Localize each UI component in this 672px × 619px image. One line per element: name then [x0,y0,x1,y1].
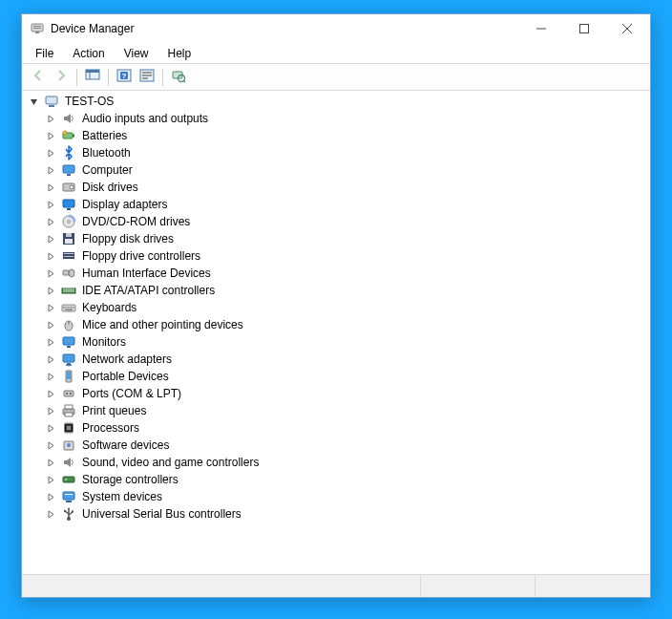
svg-rect-36 [65,239,73,244]
svg-rect-2 [33,28,41,29]
properties-button[interactable] [136,67,158,88]
scan-hardware-button[interactable] [168,67,189,88]
tree-node-network-adapters[interactable]: Network adapters [39,351,650,368]
tree-node-test-os[interactable]: TEST-OS [22,93,650,110]
tree-node-bluetooth[interactable]: Bluetooth [39,144,650,161]
svg-rect-30 [63,200,74,207]
device-tree[interactable]: TEST-OSAudio inputs and outputsBatteries… [22,91,650,574]
expand-icon[interactable] [45,336,57,349]
statusbar [22,574,650,597]
expand-icon[interactable] [45,491,57,503]
expand-icon[interactable] [45,353,57,366]
expand-icon[interactable] [45,439,57,452]
tree-node-ide-ata-atapi-controllers[interactable]: IDE ATA/ATAPI controllers [39,282,650,299]
expand-icon[interactable] [45,371,57,383]
computer-icon [44,94,59,109]
tree-node-computer[interactable]: Computer [39,161,650,179]
window-controls [519,15,648,42]
svg-rect-59 [67,372,71,379]
svg-rect-82 [65,494,73,495]
tree-node-label: Floppy drive controllers [80,249,202,263]
expand-icon[interactable] [45,216,57,228]
expand-icon[interactable] [45,422,57,435]
expand-icon[interactable] [45,388,57,400]
help-button[interactable]: ? [114,67,135,88]
tree-node-storage-controllers[interactable]: Storage controllers [39,471,650,488]
cpu-icon [61,420,76,436]
expand-icon[interactable] [45,457,57,469]
maximize-button[interactable] [562,15,605,42]
expand-icon[interactable] [45,164,57,177]
tree-node-audio-inputs-and-outputs[interactable]: Audio inputs and outputs [39,110,650,127]
tree-node-mice-and-other-pointing-devices[interactable]: Mice and other pointing devices [39,316,650,333]
show-hidden-button[interactable] [82,67,103,88]
svg-rect-9 [86,70,99,73]
app-icon [30,21,45,36]
tree-node-system-devices[interactable]: System devices [39,488,650,505]
tree-node-floppy-drive-controllers[interactable]: Floppy drive controllers [39,247,650,265]
expand-icon[interactable] [45,199,57,211]
expand-icon[interactable] [45,130,57,142]
svg-point-25 [63,131,67,135]
minimize-button[interactable] [519,15,562,42]
expand-icon[interactable] [45,233,57,245]
tree-node-label: Computer [80,163,135,177]
svg-rect-78 [63,477,74,482]
window-title: Device Manager [51,22,134,35]
menu-action[interactable]: Action [63,43,114,63]
svg-rect-3 [35,32,39,33]
portable-icon [61,369,76,384]
keyboard-icon [61,300,76,315]
expand-icon[interactable] [45,147,57,160]
tree-node-print-queues[interactable]: Print queues [39,402,650,419]
expand-icon[interactable] [45,250,57,263]
expand-icon[interactable] [45,405,57,417]
tree-node-label: Storage controllers [80,473,180,486]
tree-node-ports-com-lpt[interactable]: Ports (COM & LPT) [39,385,650,402]
forward-icon [53,68,69,86]
tree-node-batteries[interactable]: Batteries [39,127,650,144]
tree-node-label: TEST-OS [63,95,116,108]
tree-node-keyboards[interactable]: Keyboards [39,299,650,316]
menu-help[interactable]: Help [158,43,201,63]
menu-label: File [35,47,53,60]
tree-node-label: Processors [80,421,141,435]
menu-view[interactable]: View [115,43,158,63]
collapse-icon[interactable] [28,96,40,108]
menu-file[interactable]: File [26,43,63,63]
tree-node-portable-devices[interactable]: Portable Devices [39,368,650,385]
monitor-icon [61,162,76,178]
tree-node-display-adapters[interactable]: Display adapters [39,196,650,213]
tree-node-label: Human Interface Devices [80,267,213,280]
back-button [28,67,49,88]
tree-node-processors[interactable]: Processors [39,419,650,437]
tree-node-sound-video-and-game-controllers[interactable]: Sound, video and game controllers [39,454,650,471]
expand-icon[interactable] [45,508,57,521]
tree-node-label: IDE ATA/ATAPI controllers [80,284,217,297]
menu-label: View [124,47,149,60]
tree-node-human-interface-devices[interactable]: Human Interface Devices [39,265,650,282]
expand-icon[interactable] [45,474,57,486]
expand-icon[interactable] [45,302,57,314]
close-button[interactable] [605,15,648,42]
expand-icon[interactable] [45,319,57,331]
back-icon [31,68,46,86]
tree-node-software-devices[interactable]: Software devices [39,437,650,454]
expand-icon[interactable] [45,181,57,194]
tree-node-label: Bluetooth [80,146,133,160]
tree-node-label: Portable Devices [80,370,171,383]
status-cell [421,575,536,597]
battery-icon [61,128,76,143]
tree-node-monitors[interactable]: Monitors [39,333,650,351]
tree-node-label: Network adapters [80,352,174,366]
tree-node-floppy-disk-drives[interactable]: Floppy disk drives [39,230,650,247]
svg-rect-22 [49,105,54,107]
tree-node-universal-serial-bus-controllers[interactable]: Universal Serial Bus controllers [39,505,650,523]
svg-rect-56 [63,354,74,362]
expand-icon[interactable] [45,267,57,280]
tree-node-disk-drives[interactable]: Disk drives [39,179,650,196]
tree-node-dvd-cd-rom-drives[interactable]: DVD/CD-ROM drives [39,213,650,230]
tree-node-label: Disk drives [80,181,140,194]
expand-icon[interactable] [45,285,57,297]
expand-icon[interactable] [45,113,57,125]
